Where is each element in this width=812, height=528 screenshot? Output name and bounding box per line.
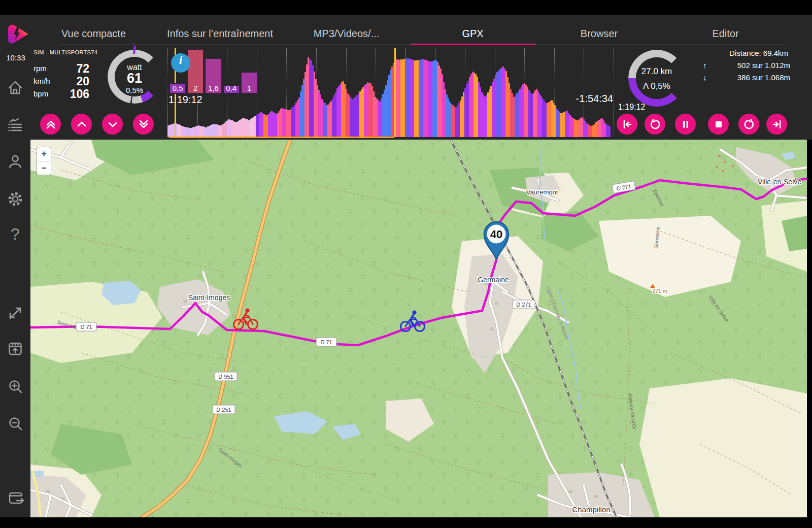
road-shield-d271-south: D 271 [513,300,535,309]
map-zoom-in-button[interactable]: + [37,147,51,161]
tab-gpx[interactable]: GPX [410,22,536,45]
telemetry-row-rpm: rpm 72 [33,62,89,75]
descent-text: 386 sur 1.068m [737,73,790,82]
rpm-label: rpm [33,64,47,73]
resistance-down-fast-button[interactable] [133,114,154,135]
training-list-icon [6,116,24,135]
skip-to-start-button[interactable] [617,114,637,135]
home-icon [6,78,24,96]
sidebar-item-training-list[interactable] [6,116,24,137]
svg-text:D 951: D 951 [218,374,233,380]
road-shield-d251: D 251 [213,405,235,414]
histogram-bar: 2 [187,49,204,94]
cyclist-marker-blue [399,309,426,336]
distance-text: Distance: 69.4km [729,49,788,57]
double-chevron-down-icon [138,119,149,130]
sidebar-item-zoom-out[interactable] [6,414,24,435]
chevron-down-icon [107,119,118,130]
sidebar-item-profile[interactable] [6,152,24,173]
elapsed-time: 1:19:12 [168,94,202,106]
trip-slope: Λ 0,5% [628,81,685,91]
map-zoom-control: + − [37,147,51,175]
sidebar-item-help[interactable]: ? [6,225,24,244]
pause-button[interactable] [675,114,696,135]
sidebar-item-fullscreen[interactable] [6,303,24,323]
sidebar-item-import-window[interactable] [6,340,24,360]
repeat-button[interactable] [738,114,759,135]
clock: 10:33 [3,53,29,62]
sidebar-item-exit[interactable] [6,489,25,510]
skip-to-end-button[interactable] [766,114,787,135]
sidebar-item-settings[interactable] [6,190,24,210]
remaining-time: -1:54:34 [576,93,613,105]
road-shield-d951: D 951 [215,372,237,381]
app-logo[interactable] [7,22,29,46]
map-viewport[interactable]: Saint-Imoges Vauremont Germaine Champill… [30,140,807,517]
rpm-value: 72 [76,62,89,76]
pause-icon [680,119,691,130]
restart-button[interactable] [645,114,665,135]
sidebar-item-home[interactable] [6,78,24,98]
stop-button[interactable] [708,114,729,135]
label-vauremont: Vauremont [526,188,558,196]
tab-mp3-videos[interactable]: MP3/Videos/... [283,22,410,45]
traveled-distance-underline [169,137,394,138]
histogram-bar-label: 1,6 [206,84,221,92]
descent-arrow-icon: ↓ [703,73,707,82]
histogram-bar: 0,5 [169,83,186,94]
repeat-icon [743,119,755,130]
label-ville-en-selve: Ville-en-Selve [758,178,801,186]
histogram-bar-label: 0,4 [224,84,239,92]
svg-text:D 251: D 251 [216,407,231,413]
application-window: Vue compacte Infos sur l’entraînement MP… [0,0,812,528]
trip-distance: 27.0 km [628,67,685,77]
window-upload-icon [6,340,24,358]
label-germaine: Germaine [478,276,509,284]
tab-browser[interactable]: Browser [536,22,662,45]
label-saint-imoges: Saint-Imoges [188,293,230,302]
person-icon [6,152,24,171]
power-gauge: watt 61 0,5% [108,50,161,104]
svg-text:D 271: D 271 [516,302,531,308]
histogram-bar-label: 1 [242,84,257,92]
sidebar-item-zoom-in[interactable] [6,377,24,398]
active-tab-underline [411,44,536,45]
resistance-up-button[interactable] [71,114,92,135]
zoom-out-icon [6,414,24,433]
double-chevron-up-icon [45,119,56,130]
route-summary: Distance: 69.4km ↑ 502 sur 1.012m ↓ 386 … [702,49,790,85]
speed-value: 20 [76,75,89,88]
road-shield-d71-mid: D 71 [316,338,336,346]
zoom-in-icon [6,377,24,395]
power-gauge-value: 61 [108,71,161,86]
trip-gauge-ring [628,50,685,107]
map-zoom-out-button[interactable]: − [37,161,51,175]
skip-to-start-icon [622,119,633,130]
ascent-text: 502 sur 1.012m [737,61,790,70]
restart-icon [650,119,661,130]
power-gauge-gradient: 0,5% [108,86,161,94]
trip-time: 1:19:12 [618,103,645,112]
resistance-down-button[interactable] [102,114,123,135]
telemetry-row-speed: km/h 20 [33,75,89,87]
road-shield-d71-west: D 71 [76,322,96,331]
chevron-up-icon [76,119,87,130]
peak-elevation-label: 271 m [652,288,667,294]
trip-gauge: 27.0 km Λ 0,5% [628,50,685,107]
svg-text:D 71: D 71 [80,324,92,330]
tab-vue-compacte[interactable]: Vue compacte [30,22,157,45]
speed-limit-value: 40 [490,228,502,241]
histogram-bar: 1 [241,72,258,94]
telemetry-row-heartrate: bpm 106 [33,87,89,100]
tab-infos-entrainement[interactable]: Infos sur l’entraînement [157,22,283,45]
speed-label: km/h [33,77,50,85]
resistance-up-fast-button[interactable] [40,114,61,135]
info-button[interactable]: i [171,53,190,73]
tab-editor[interactable]: Editor [662,22,789,45]
system-top-bar [0,0,812,15]
current-position-marker[interactable] [394,48,396,137]
elevation-stage: 0,5 2 1,6 0,4 1 i 1:19:12 -1:54:34 [167,48,614,137]
play-lightning-icon [7,22,29,46]
device-name: SIM - MULTISPORTS74 [33,49,97,55]
skip-to-end-icon [771,119,783,130]
